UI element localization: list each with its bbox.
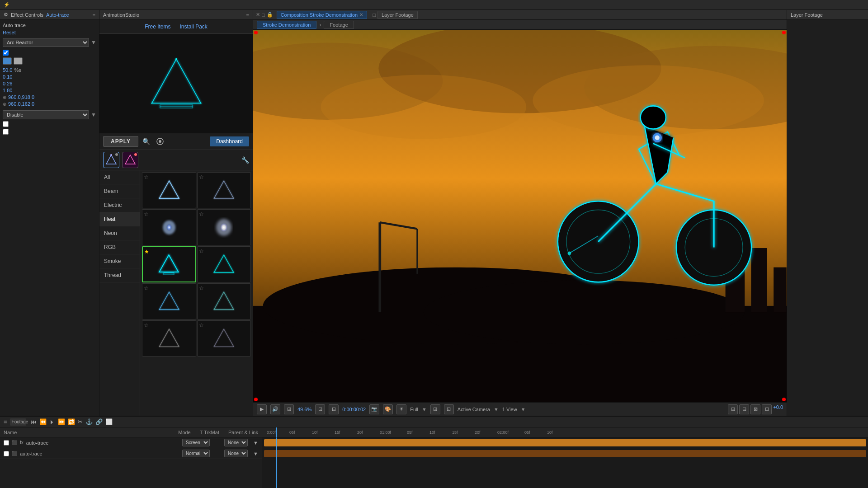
parent-arrow-1[interactable]: ▼ [253, 451, 258, 456]
search-icon[interactable]: 🔍 [141, 136, 152, 147]
tl-next-frame[interactable]: ⏩ [58, 418, 65, 425]
panel-menu-icon[interactable]: ≡ [93, 12, 95, 18]
subtab-footage[interactable]: Footage [324, 21, 354, 29]
arc-reactor-dropdown[interactable]: Arc Reactor [3, 38, 89, 47]
quality-arrow[interactable]: ▼ [422, 407, 427, 412]
checkbox-2[interactable] [3, 121, 9, 127]
anim-panel-menu[interactable]: ≡ [246, 12, 249, 18]
star-4[interactable]: ★ [144, 249, 149, 255]
star-6[interactable]: ☆ [144, 285, 149, 291]
star-9[interactable]: ☆ [199, 322, 204, 328]
zoom-btn[interactable]: ⊡ [315, 404, 325, 414]
install-pack-link[interactable]: Install Pack [180, 23, 208, 30]
cat-thumb-1[interactable] [103, 152, 119, 168]
scope-btn[interactable]: ⊡ [444, 404, 454, 414]
export-btn[interactable]: ⊠ [750, 404, 760, 414]
tl-trim[interactable]: ✂ [78, 418, 83, 425]
disable-arrow[interactable]: ▼ [91, 112, 96, 118]
star-0[interactable]: ☆ [144, 174, 149, 180]
zoom-level[interactable]: 49.6% [297, 407, 311, 412]
tab-composition[interactable]: Composition Stroke Demonstration ✕ [277, 11, 368, 19]
share-btn[interactable]: ⊡ [762, 404, 772, 414]
checkbox-3[interactable] [3, 129, 9, 135]
tab-comp-close[interactable]: ✕ [359, 12, 363, 17]
track-bar-0[interactable] [264, 439, 866, 446]
effect-thumb-0[interactable]: ☆ [142, 172, 196, 208]
color-btn[interactable]: 🎨 [383, 404, 393, 414]
star-7[interactable]: ☆ [199, 285, 204, 291]
close-icon[interactable]: ✕ [256, 12, 260, 18]
cat-thread[interactable]: Thread [99, 268, 140, 282]
camera-btn[interactable]: 📷 [369, 404, 379, 414]
tl-loop[interactable]: 🔁 [68, 418, 75, 425]
tl-anchor[interactable]: ⚓ [85, 418, 93, 425]
parent-select-0[interactable]: None [224, 439, 248, 446]
transfer-btn[interactable]: ⊞ [728, 404, 738, 414]
timecode[interactable]: 0:00:00:02 [342, 407, 366, 412]
cat-thumb-2[interactable] [122, 152, 138, 168]
effect-thumb-8[interactable]: ☆ [142, 320, 196, 357]
tl-link[interactable]: 🔗 [95, 418, 103, 425]
cat-electric[interactable]: Electric [99, 198, 140, 212]
cat-beam[interactable]: Beam [99, 184, 140, 198]
parent-arrow-0[interactable]: ▼ [253, 440, 258, 446]
layer-vis-1[interactable] [4, 451, 9, 456]
views-arrow[interactable]: ▼ [521, 407, 526, 412]
effect-thumb-6[interactable]: ☆ [142, 283, 196, 319]
wrench-icon[interactable]: 🔧 [241, 156, 249, 164]
star-8[interactable]: ☆ [144, 322, 149, 328]
track-bar-1[interactable] [264, 450, 866, 457]
tab-layer-footage[interactable]: Layer Footage [377, 11, 418, 19]
effect-thumb-4[interactable]: ★ [142, 246, 196, 282]
cat-all[interactable]: All [99, 170, 140, 184]
apply-button[interactable]: APPLY [103, 136, 138, 147]
views-label[interactable]: 1 View [502, 407, 517, 412]
playhead[interactable] [276, 437, 277, 488]
tl-mask[interactable]: ⬜ [105, 418, 113, 425]
tl-prev-frame[interactable]: ⏪ [39, 418, 47, 425]
free-items-link[interactable]: Free Items [145, 23, 170, 30]
effect-thumb-2[interactable]: ☆ [142, 209, 196, 245]
tl-skip-start[interactable]: ⏮ [31, 418, 37, 425]
v3-value[interactable]: 1.80 [3, 88, 12, 93]
tl-play[interactable]: ⏵ [49, 418, 55, 425]
tl-menu-icon[interactable]: ≡ [4, 418, 7, 425]
cat-neon[interactable]: Neon [99, 226, 140, 240]
effect-thumb-5[interactable]: ☆ [197, 246, 251, 282]
star-2[interactable]: ☆ [144, 211, 149, 217]
checkbox-1[interactable] [3, 50, 9, 56]
camera-arrow[interactable]: ▼ [494, 407, 499, 412]
play-button[interactable]: ▶ [257, 404, 267, 414]
star-5[interactable]: ☆ [199, 248, 204, 254]
subtab-stroke[interactable]: Stroke Demonstration [257, 21, 316, 29]
cat-smoke[interactable]: Smoke [99, 254, 140, 268]
viewer-btn[interactable]: ⊞ [430, 404, 440, 414]
cat-rgb[interactable]: RGB [99, 240, 140, 254]
coord-val-2[interactable]: 960.0,162.0 [8, 101, 34, 107]
layer-vis-0[interactable] [4, 440, 9, 446]
color-swatch-white[interactable] [14, 57, 23, 65]
v1-value[interactable]: 0.10 [3, 74, 12, 80]
disable-dropdown[interactable]: Disable [3, 110, 89, 119]
layer-mode-0[interactable]: Screen Normal [182, 439, 210, 446]
cat-heat[interactable]: Heat [99, 212, 140, 226]
effect-thumb-9[interactable]: ☆ [197, 320, 251, 357]
dashboard-button[interactable]: Dashboard [210, 136, 249, 146]
v2-value[interactable]: 0.26 [3, 81, 12, 86]
dropdown-arrow[interactable]: ▼ [91, 39, 96, 46]
star-3[interactable]: ☆ [199, 211, 204, 217]
color-swatch-blue[interactable] [3, 57, 12, 65]
reset-button[interactable]: Reset [3, 30, 96, 35]
settings-icon[interactable] [155, 136, 165, 147]
layer-mode-1[interactable]: Normal Screen [182, 450, 210, 457]
grid-btn[interactable]: ⊟ [329, 404, 339, 414]
preview-button[interactable]: ⊞ [284, 404, 294, 414]
star-1[interactable]: ☆ [199, 174, 204, 180]
effect-thumb-7[interactable]: ☆ [197, 283, 251, 319]
coord-val-1[interactable]: 960.0,918.0 [8, 94, 34, 100]
render-btn[interactable]: ⊟ [739, 404, 749, 414]
camera-label[interactable]: Active Camera [458, 407, 490, 412]
audio-button[interactable]: 🔊 [270, 404, 280, 414]
exposure-btn[interactable]: ☀ [396, 404, 406, 414]
effect-thumb-3[interactable]: ☆ [197, 209, 251, 245]
